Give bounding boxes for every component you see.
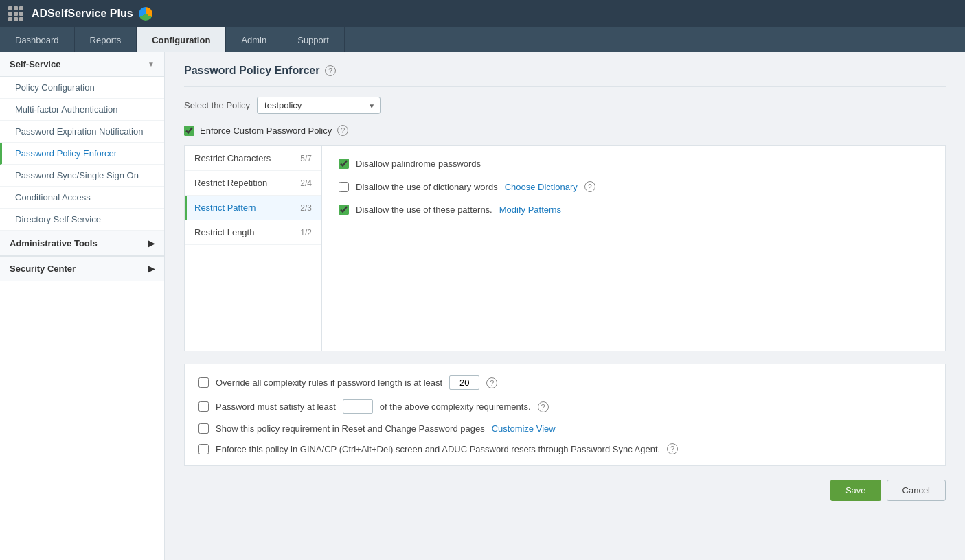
sidebar-item-policy-config[interactable]: Policy Configuration: [0, 77, 164, 99]
sidebar-item-password-policy[interactable]: Password Policy Enforcer: [0, 143, 164, 165]
palindrome-label: Disallow palindrome passwords: [356, 159, 481, 169]
rule-count: 1/2: [300, 228, 312, 237]
chevron-right-icon: ▶: [148, 238, 155, 248]
satisfy-checkbox[interactable]: [198, 401, 209, 412]
layout: Self-Service ▼ Policy Configuration Mult…: [0, 52, 965, 560]
sidebar-item-mfa[interactable]: Multi-factor Authentication: [0, 99, 164, 121]
cancel-button[interactable]: Cancel: [887, 480, 946, 501]
rule-item-restrict-pattern[interactable]: Restrict Pattern 2/3: [185, 196, 321, 220]
chevron-down-icon: ▼: [148, 60, 155, 68]
tab-configuration[interactable]: Configuration: [137, 27, 226, 52]
sidebar-item-password-sync[interactable]: Password Sync/Single Sign On: [0, 165, 164, 187]
satisfy-value-input[interactable]: [343, 399, 373, 414]
rules-panel: Restrict Characters 5/7 Restrict Repetit…: [184, 145, 946, 351]
security-center-label: Security Center: [10, 264, 76, 274]
chevron-right-icon-2: ▶: [148, 264, 155, 274]
app-logo: ADSelfService Plus: [8, 6, 152, 21]
satisfy-label-after: of the above complexity requirements.: [380, 401, 531, 412]
dictionary-checkbox[interactable]: [339, 182, 349, 192]
patterns-checkbox[interactable]: [339, 205, 349, 215]
gina-help-icon[interactable]: ?: [667, 443, 678, 454]
customize-view-link[interactable]: Customize View: [492, 423, 556, 434]
rule-option-dictionary: Disallow the use of dictionary words Cho…: [339, 181, 929, 192]
rule-label: Restrict Characters: [194, 153, 271, 163]
rule-count: 5/7: [300, 154, 312, 163]
rule-label: Restrict Length: [194, 227, 254, 237]
override-help-icon[interactable]: ?: [486, 377, 497, 388]
satisfy-label-before: Password must satisfy at least: [216, 401, 336, 412]
sidebar-section-security-center[interactable]: Security Center ▶: [0, 256, 164, 281]
override-checkbox[interactable]: [198, 377, 209, 388]
patterns-label: Disallow the use of these patterns.: [356, 205, 492, 215]
sidebar-item-password-expiry[interactable]: Password Expiration Notification: [0, 121, 164, 143]
rule-count: 2/3: [300, 203, 312, 213]
sidebar-item-directory-self-service[interactable]: Directory Self Service: [0, 209, 164, 231]
logo-text: ADSelfService Plus: [32, 8, 133, 20]
tab-support[interactable]: Support: [282, 27, 345, 52]
enforce-checkbox[interactable]: [184, 126, 194, 136]
rule-option-patterns: Disallow the use of these patterns. Modi…: [339, 205, 929, 215]
grid-icon: [8, 6, 23, 21]
action-row: Save Cancel: [184, 480, 946, 501]
page-title-help-icon[interactable]: ?: [325, 65, 336, 76]
enforce-row: Enforce Custom Password Policy ?: [184, 125, 946, 136]
rule-item-restrict-characters[interactable]: Restrict Characters 5/7: [185, 146, 321, 171]
show-policy-label: Show this policy requirement in Reset an…: [216, 423, 485, 434]
bottom-options: Override all complexity rules if passwor…: [184, 364, 946, 466]
rule-item-restrict-length[interactable]: Restrict Length 1/2: [185, 220, 321, 245]
sidebar-section-admin-tools[interactable]: Administrative Tools ▶: [0, 231, 164, 256]
show-policy-option: Show this policy requirement in Reset an…: [198, 423, 931, 434]
topbar: ADSelfService Plus: [0, 0, 965, 27]
rules-list: Restrict Characters 5/7 Restrict Repetit…: [185, 146, 322, 351]
override-label: Override all complexity rules if passwor…: [216, 377, 442, 388]
policy-select-label: Select the Policy: [184, 100, 250, 110]
satisfy-option: Password must satisfy at least of the ab…: [198, 399, 931, 414]
dictionary-label: Disallow the use of dictionary words: [356, 182, 498, 192]
tab-admin[interactable]: Admin: [226, 27, 282, 52]
enforce-help-icon[interactable]: ?: [337, 125, 348, 136]
sidebar-item-conditional-access[interactable]: Conditional Access: [0, 187, 164, 209]
tab-dashboard[interactable]: Dashboard: [0, 27, 75, 52]
admin-tools-label: Administrative Tools: [10, 238, 98, 248]
show-policy-checkbox[interactable]: [198, 423, 209, 434]
rule-label: Restrict Pattern: [194, 202, 256, 213]
override-option: Override all complexity rules if passwor…: [198, 375, 931, 390]
nav-tabs: Dashboard Reports Configuration Admin Su…: [0, 27, 965, 52]
enforce-gina-option: Enforce this policy in GINA/CP (Ctrl+Alt…: [198, 443, 931, 454]
main-content: Password Policy Enforcer ? Select the Po…: [165, 52, 965, 560]
policy-select-row: Select the Policy testpolicy Default Pol…: [184, 97, 946, 114]
sidebar-section-label: Self-Service: [10, 59, 60, 69]
policy-select[interactable]: testpolicy Default Policy: [257, 97, 381, 114]
dictionary-help-icon[interactable]: ?: [584, 181, 595, 192]
rule-count: 2/4: [300, 178, 312, 188]
satisfy-help-icon[interactable]: ?: [538, 401, 549, 412]
policy-select-wrapper: testpolicy Default Policy ▼: [257, 97, 381, 114]
enforce-gina-label: Enforce this policy in GINA/CP (Ctrl+Alt…: [216, 444, 660, 454]
enforce-label: Enforce Custom Password Policy: [200, 126, 332, 136]
page-title: Password Policy Enforcer ?: [184, 65, 946, 77]
title-divider: [184, 86, 946, 87]
tab-reports[interactable]: Reports: [75, 27, 137, 52]
enforce-gina-checkbox[interactable]: [198, 444, 209, 454]
logo-circle-icon: [139, 7, 152, 21]
modify-patterns-link[interactable]: Modify Patterns: [499, 205, 561, 215]
sidebar-section-self-service[interactable]: Self-Service ▼: [0, 52, 164, 77]
rule-label: Restrict Repetition: [194, 178, 267, 188]
rule-item-restrict-repetition[interactable]: Restrict Repetition 2/4: [185, 171, 321, 196]
palindrome-checkbox[interactable]: [339, 159, 349, 169]
choose-dictionary-link[interactable]: Choose Dictionary: [505, 182, 578, 192]
save-button[interactable]: Save: [830, 480, 881, 501]
sidebar: Self-Service ▼ Policy Configuration Mult…: [0, 52, 165, 560]
override-value-input[interactable]: [449, 375, 479, 390]
rule-option-palindrome: Disallow palindrome passwords: [339, 159, 929, 169]
rules-detail: Disallow palindrome passwords Disallow t…: [322, 146, 945, 351]
